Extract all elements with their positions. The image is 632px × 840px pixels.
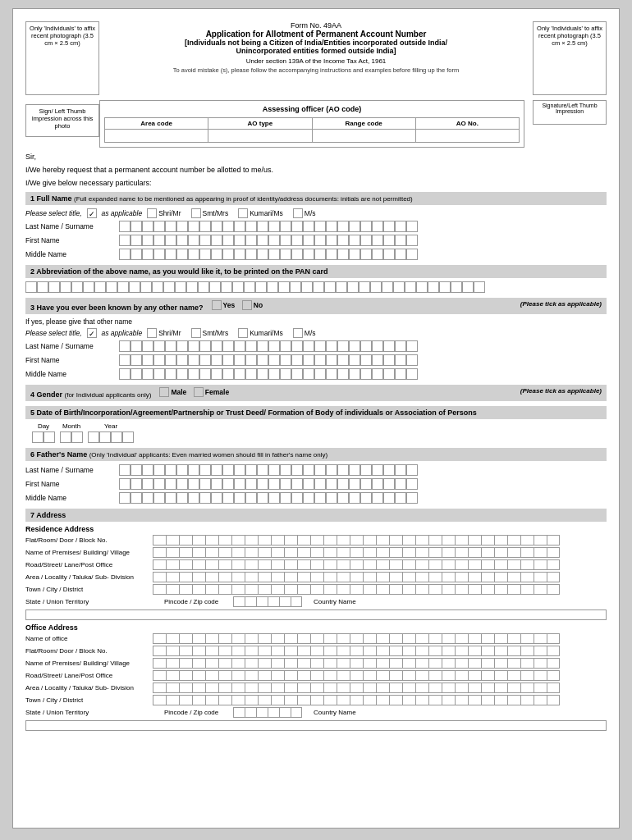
char-box[interactable] xyxy=(268,492,280,504)
addr-box[interactable] xyxy=(323,559,337,570)
addr-box[interactable] xyxy=(166,584,179,595)
addr-box[interactable] xyxy=(468,535,481,546)
addr-box[interactable] xyxy=(547,535,560,546)
addr-box[interactable] xyxy=(310,547,323,558)
char-box[interactable] xyxy=(337,478,349,490)
char-box[interactable] xyxy=(372,368,383,380)
addr-box[interactable] xyxy=(376,695,389,705)
addr-box[interactable] xyxy=(468,633,481,644)
addr-box[interactable] xyxy=(258,633,271,644)
addr-box[interactable] xyxy=(402,535,415,546)
addr-box[interactable] xyxy=(534,572,547,582)
s3-kumari-tick[interactable] xyxy=(238,328,248,338)
addr-box[interactable] xyxy=(428,535,442,546)
addr-box[interactable] xyxy=(494,633,507,644)
char-box[interactable] xyxy=(314,235,326,246)
char-box[interactable] xyxy=(71,281,83,293)
char-box[interactable] xyxy=(349,249,360,260)
addr-box[interactable] xyxy=(337,658,350,669)
char-box[interactable] xyxy=(303,221,314,232)
char-box[interactable] xyxy=(129,281,140,293)
addr-box[interactable] xyxy=(468,670,481,681)
char-box[interactable] xyxy=(165,340,176,352)
char-box[interactable] xyxy=(291,492,303,504)
char-box[interactable] xyxy=(222,464,234,476)
addr-box[interactable] xyxy=(271,658,284,669)
addr-box[interactable] xyxy=(166,646,179,656)
addr-box[interactable] xyxy=(153,682,166,693)
addr-box[interactable] xyxy=(494,670,507,681)
addr-box[interactable] xyxy=(153,547,166,558)
char-box[interactable] xyxy=(25,281,37,293)
char-box[interactable] xyxy=(383,235,395,246)
addr-box[interactable] xyxy=(547,695,560,705)
office-state-box[interactable] xyxy=(25,720,607,731)
addr-box[interactable] xyxy=(323,658,337,669)
addr-box[interactable] xyxy=(258,584,271,595)
addr-box[interactable] xyxy=(323,646,337,656)
char-box[interactable] xyxy=(131,478,142,490)
addr-box[interactable] xyxy=(153,695,166,705)
char-box[interactable] xyxy=(131,221,142,232)
char-box[interactable] xyxy=(406,464,418,476)
addr-box[interactable] xyxy=(442,535,455,546)
char-box[interactable] xyxy=(383,368,395,380)
char-box[interactable] xyxy=(349,221,360,232)
char-box[interactable] xyxy=(291,464,303,476)
addr-box[interactable] xyxy=(442,695,455,705)
addr-box[interactable] xyxy=(520,547,534,558)
char-box[interactable] xyxy=(234,249,245,260)
addr-box[interactable] xyxy=(245,658,258,669)
char-box[interactable] xyxy=(153,478,165,490)
char-box[interactable] xyxy=(349,478,360,490)
addr-box[interactable] xyxy=(534,547,547,558)
char-box[interactable] xyxy=(142,221,153,232)
char-box[interactable] xyxy=(199,368,211,380)
addr-box[interactable] xyxy=(534,670,547,681)
addr-box[interactable] xyxy=(376,646,389,656)
char-box[interactable] xyxy=(245,249,257,260)
addr-box[interactable] xyxy=(153,559,166,570)
pin-box[interactable] xyxy=(279,707,291,718)
char-box[interactable] xyxy=(314,221,326,232)
char-box[interactable] xyxy=(347,281,359,293)
char-box[interactable] xyxy=(199,235,211,246)
char-box[interactable] xyxy=(280,492,291,504)
char-box[interactable] xyxy=(326,249,337,260)
addr-box[interactable] xyxy=(218,646,231,656)
char-box[interactable] xyxy=(153,368,165,380)
addr-box[interactable] xyxy=(310,584,323,595)
addr-box[interactable] xyxy=(468,646,481,656)
char-box[interactable] xyxy=(142,354,153,366)
year-box4[interactable] xyxy=(122,431,134,443)
addr-box[interactable] xyxy=(258,670,271,681)
addr-box[interactable] xyxy=(284,658,297,669)
addr-box[interactable] xyxy=(547,633,560,644)
addr-box[interactable] xyxy=(363,658,376,669)
addr-box[interactable] xyxy=(415,559,428,570)
addr-box[interactable] xyxy=(363,559,376,570)
char-box[interactable] xyxy=(119,340,131,352)
addr-box[interactable] xyxy=(337,547,350,558)
char-box[interactable] xyxy=(360,478,372,490)
addr-box[interactable] xyxy=(192,572,205,582)
char-box[interactable] xyxy=(303,368,314,380)
char-box[interactable] xyxy=(383,340,395,352)
addr-box[interactable] xyxy=(218,633,231,644)
addr-box[interactable] xyxy=(179,547,192,558)
addr-box[interactable] xyxy=(415,695,428,705)
char-box[interactable] xyxy=(406,368,418,380)
addr-box[interactable] xyxy=(534,633,547,644)
char-box[interactable] xyxy=(257,235,268,246)
char-box[interactable] xyxy=(211,492,222,504)
addr-box[interactable] xyxy=(205,535,218,546)
char-box[interactable] xyxy=(165,221,176,232)
char-box[interactable] xyxy=(257,464,268,476)
addr-box[interactable] xyxy=(350,682,363,693)
addr-box[interactable] xyxy=(389,670,402,681)
addr-box[interactable] xyxy=(428,670,442,681)
char-box[interactable] xyxy=(291,368,303,380)
addr-box[interactable] xyxy=(245,646,258,656)
char-box[interactable] xyxy=(326,235,337,246)
addr-box[interactable] xyxy=(468,547,481,558)
